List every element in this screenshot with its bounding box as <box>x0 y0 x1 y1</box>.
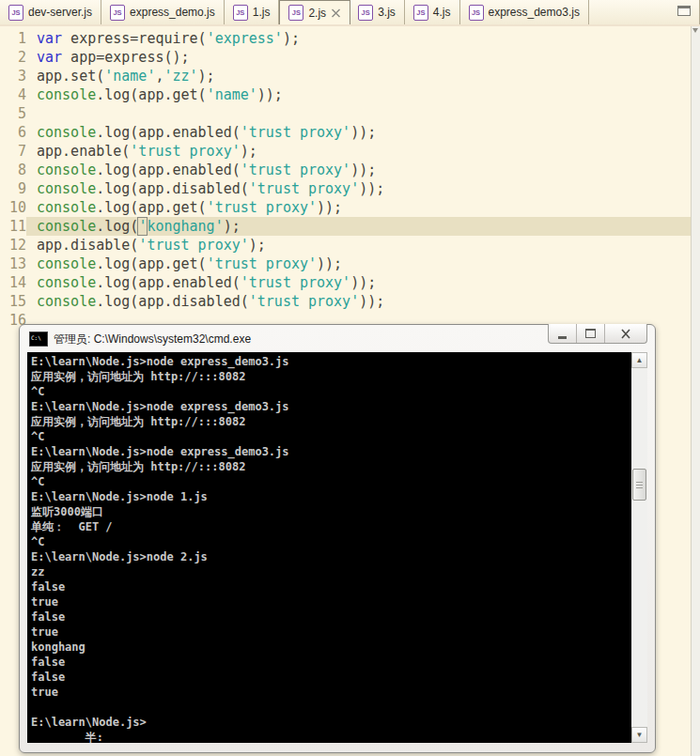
console-line: ^C <box>31 474 630 489</box>
code-line: 5 <box>0 104 692 123</box>
line-number: 12 <box>0 236 26 255</box>
console-line: 监听3000端口 <box>31 504 630 519</box>
tab-close-icon[interactable] <box>331 8 341 18</box>
console-line: E:\learn\Node.js>node 1.js <box>31 489 630 504</box>
code-line-content[interactable]: app.disable('trust proxy'); <box>26 236 692 255</box>
code-line: 11console.log('konghang'); <box>0 217 692 236</box>
code-line-content[interactable]: app.enable('trust proxy'); <box>26 142 692 161</box>
thumb-grip-icon <box>636 482 643 489</box>
js-file-icon: JS <box>233 5 248 21</box>
console-line: ^C <box>31 384 630 399</box>
js-file-icon: JS <box>413 5 428 21</box>
console-line: E:\learn\Node.js>node 2.js <box>31 549 630 564</box>
tab-label: 2.js <box>308 7 326 20</box>
code-line-content[interactable]: var app=express(); <box>26 48 692 67</box>
line-number: 9 <box>0 179 26 198</box>
console-line: 应用实例，访问地址为 http://:::8082 <box>31 459 630 474</box>
caption-buttons <box>548 324 647 344</box>
console-line: E:\learn\Node.js> <box>31 715 630 730</box>
code-line: 2var app=express(); <box>0 48 692 67</box>
overview-marker-icon <box>692 28 698 33</box>
scroll-up-icon[interactable]: ▲ <box>631 352 647 368</box>
line-number: 3 <box>0 67 26 85</box>
cmd-window: C:\ 管理员: C:\Windows\system32\cmd.exe E:\… <box>19 324 656 753</box>
console-line: true <box>31 685 630 700</box>
code-line: 9console.log(app.disabled('trust proxy')… <box>0 179 692 198</box>
code-line-content[interactable]: var express=require('express'); <box>26 29 692 48</box>
console-line: false <box>31 609 630 625</box>
console-line: true <box>31 625 630 640</box>
minimize-view-icon[interactable] <box>677 6 691 16</box>
code-line: 15console.log(app.disabled('trust proxy'… <box>0 292 692 311</box>
tab-label: 4.js <box>433 6 451 19</box>
maximize-icon <box>585 329 596 338</box>
console-line: false <box>31 655 630 670</box>
console-line: E:\learn\Node.js>node express_demo3.js <box>31 399 630 414</box>
tab-1.js[interactable]: JS1.js <box>225 0 280 24</box>
code-line-content[interactable]: console.log('konghang'); <box>26 217 692 236</box>
tab-2.js[interactable]: JS2.js <box>279 0 350 24</box>
line-number: 1 <box>0 29 26 48</box>
console-line: ^C <box>31 429 630 444</box>
tab-dev-server.js[interactable]: JSdev-server.js <box>0 0 101 24</box>
console-line: 应用实例，访问地址为 http://:::8082 <box>31 369 630 384</box>
code-line-content[interactable]: console.log(app.enabled('trust proxy')); <box>26 123 692 142</box>
code-line: 6console.log(app.enabled('trust proxy'))… <box>0 123 692 142</box>
console-line: zz <box>31 564 630 579</box>
scroll-down-icon[interactable]: ▼ <box>631 727 647 743</box>
code-line: 7app.enable('trust proxy'); <box>0 142 692 161</box>
tab-4.js[interactable]: JS4.js <box>405 0 460 24</box>
code-line-content[interactable]: console.log(app.enabled('trust proxy')); <box>26 273 692 292</box>
console-line: E:\learn\Node.js>node express_demo3.js <box>31 354 630 369</box>
console-ime-line: 半: <box>31 730 630 743</box>
code-line-content[interactable]: app.set('name','zz'); <box>26 67 692 85</box>
line-number: 4 <box>0 85 26 104</box>
console-line: E:\learn\Node.js>node express_demo3.js <box>31 444 630 459</box>
console-line: true <box>31 594 630 609</box>
maximize-button[interactable] <box>577 324 605 343</box>
js-file-icon: JS <box>288 5 303 21</box>
code-line-content[interactable]: console.log(app.disabled('trust proxy'))… <box>26 179 692 198</box>
tab-express_demo3.js[interactable]: JSexpress_demo3.js <box>460 0 589 24</box>
console-line <box>31 700 630 715</box>
tab-label: 3.js <box>378 6 396 19</box>
code-line: 1var express=require('express'); <box>0 29 692 48</box>
code-line-content[interactable]: console.log(app.get('trust proxy')); <box>26 198 692 217</box>
console-area[interactable]: E:\learn\Node.js>node express_demo3.js应用… <box>27 352 647 743</box>
line-number: 5 <box>0 104 26 123</box>
code-line-content[interactable]: console.log(app.enabled('trust proxy')); <box>26 161 692 179</box>
code-line-content[interactable]: console.log(app.disabled('trust proxy'))… <box>26 292 692 311</box>
tab-express_demo.js[interactable]: JSexpress_demo.js <box>101 0 225 24</box>
minimize-button[interactable] <box>549 324 577 343</box>
line-number: 14 <box>0 273 26 292</box>
code-area[interactable]: 1var express=require('express');2var app… <box>0 29 692 330</box>
overview-ruler[interactable] <box>691 26 700 756</box>
code-line: 3app.set('name','zz'); <box>0 67 692 85</box>
line-number: 2 <box>0 48 26 67</box>
console-scrollbar[interactable]: ▲ ▼ <box>631 352 647 743</box>
tab-label: 1.js <box>253 6 271 19</box>
code-line: 10console.log(app.get('trust proxy')); <box>0 198 692 217</box>
scrollbar-thumb[interactable] <box>632 469 646 501</box>
line-number: 7 <box>0 142 26 161</box>
close-button[interactable] <box>605 324 646 343</box>
tab-label: express_demo.js <box>130 6 215 19</box>
code-line: 12app.disable('trust proxy'); <box>0 236 692 255</box>
console-line: false <box>31 579 630 594</box>
line-number: 8 <box>0 161 26 179</box>
code-line-content[interactable]: console.log(app.get('name')); <box>26 85 692 104</box>
code-line-content[interactable] <box>26 104 692 123</box>
console-line: 单纯： GET / <box>31 519 630 534</box>
line-number: 15 <box>0 292 26 311</box>
tab-label: dev-server.js <box>28 6 92 19</box>
code-line: 4console.log(app.get('name')); <box>0 85 692 104</box>
tab-3.js[interactable]: JS3.js <box>350 0 405 24</box>
cmd-window-title: 管理员: C:\Windows\system32\cmd.exe <box>54 332 251 347</box>
code-line: 13console.log(app.get('trust proxy')); <box>0 255 692 273</box>
console-line: 应用实例，访问地址为 http://:::8082 <box>31 414 630 429</box>
js-file-icon: JS <box>8 5 23 21</box>
code-line-content[interactable]: console.log(app.get('trust proxy')); <box>26 255 692 273</box>
js-file-icon: JS <box>110 5 125 21</box>
console-line: konghang <box>31 640 630 655</box>
console-line: ^C <box>31 534 630 549</box>
